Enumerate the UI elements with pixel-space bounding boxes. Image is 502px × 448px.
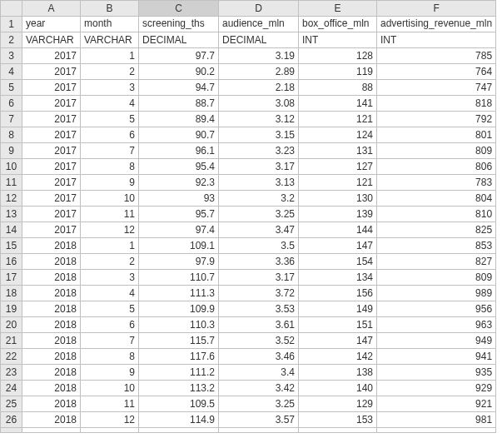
cell-F7[interactable]: 792 [377, 112, 496, 127]
cell-A20[interactable]: 2018 [22, 317, 81, 333]
cell-A15[interactable]: 2018 [22, 238, 81, 254]
cell-D24[interactable]: 3.42 [219, 381, 299, 396]
col-header-C[interactable]: C [139, 1, 219, 17]
cell-F3[interactable]: 785 [377, 48, 496, 64]
cell-E5[interactable]: 88 [299, 80, 377, 96]
cell-E6[interactable]: 141 [299, 96, 377, 112]
cell-F9[interactable]: 809 [377, 143, 496, 159]
cell-C24[interactable]: 113.2 [139, 381, 219, 396]
row-header-27[interactable] [1, 428, 22, 433]
cell-A24[interactable]: 2018 [22, 381, 81, 396]
row-header-20[interactable]: 20 [1, 317, 22, 333]
cell-C23[interactable]: 111.2 [139, 365, 219, 381]
row-header-5[interactable]: 5 [1, 80, 22, 96]
row-header-23[interactable]: 23 [1, 365, 22, 381]
cell-E1[interactable]: box_office_mln [299, 17, 377, 32]
cell-A10[interactable]: 2017 [22, 159, 81, 175]
cell-D3[interactable]: 3.19 [219, 48, 299, 64]
cell-A11[interactable]: 2017 [22, 175, 81, 191]
cell-F26[interactable]: 981 [377, 412, 496, 428]
row-header-15[interactable]: 15 [1, 238, 22, 254]
cell-C4[interactable]: 90.2 [139, 64, 219, 80]
row-header-4[interactable]: 4 [1, 64, 22, 80]
cell-C16[interactable]: 97.9 [139, 254, 219, 270]
cell-E11[interactable]: 121 [299, 175, 377, 191]
cell-E16[interactable]: 154 [299, 254, 377, 270]
row-header-22[interactable]: 22 [1, 349, 22, 365]
cell-E10[interactable]: 127 [299, 159, 377, 175]
cell-A14[interactable]: 2017 [22, 222, 81, 238]
cell-E18[interactable]: 156 [299, 286, 377, 301]
cell-D27[interactable] [219, 428, 299, 433]
cell-A25[interactable]: 2018 [22, 396, 81, 412]
cell-B3[interactable]: 1 [81, 48, 139, 64]
row-header-10[interactable]: 10 [1, 159, 22, 175]
cell-E14[interactable]: 144 [299, 222, 377, 238]
row-header-24[interactable]: 24 [1, 381, 22, 396]
cell-F20[interactable]: 963 [377, 317, 496, 333]
cell-D13[interactable]: 3.25 [219, 207, 299, 222]
row-header-12[interactable]: 12 [1, 191, 22, 207]
cell-B11[interactable]: 9 [81, 175, 139, 191]
cell-E26[interactable]: 153 [299, 412, 377, 428]
cell-D17[interactable]: 3.17 [219, 270, 299, 286]
cell-D23[interactable]: 3.4 [219, 365, 299, 381]
cell-C12[interactable]: 93 [139, 191, 219, 207]
cell-E15[interactable]: 147 [299, 238, 377, 254]
cell-A4[interactable]: 2017 [22, 64, 81, 80]
row-header-13[interactable]: 13 [1, 207, 22, 222]
cell-A17[interactable]: 2018 [22, 270, 81, 286]
cell-C20[interactable]: 110.3 [139, 317, 219, 333]
cell-B18[interactable]: 4 [81, 286, 139, 301]
cell-B24[interactable]: 10 [81, 381, 139, 396]
cell-C5[interactable]: 94.7 [139, 80, 219, 96]
cell-B4[interactable]: 2 [81, 64, 139, 80]
cell-F22[interactable]: 941 [377, 349, 496, 365]
cell-B19[interactable]: 5 [81, 301, 139, 317]
cell-E12[interactable]: 130 [299, 191, 377, 207]
col-header-F[interactable]: F [377, 1, 496, 17]
cell-C14[interactable]: 97.4 [139, 222, 219, 238]
col-header-B[interactable]: B [81, 1, 139, 17]
cell-D12[interactable]: 3.2 [219, 191, 299, 207]
cell-D8[interactable]: 3.15 [219, 127, 299, 143]
cell-B5[interactable]: 3 [81, 80, 139, 96]
cell-F8[interactable]: 801 [377, 127, 496, 143]
cell-B14[interactable]: 12 [81, 222, 139, 238]
row-header-19[interactable]: 19 [1, 301, 22, 317]
cell-F15[interactable]: 853 [377, 238, 496, 254]
row-header-25[interactable]: 25 [1, 396, 22, 412]
row-header-21[interactable]: 21 [1, 333, 22, 349]
cell-B25[interactable]: 11 [81, 396, 139, 412]
row-header-9[interactable]: 9 [1, 143, 22, 159]
cell-A9[interactable]: 2017 [22, 143, 81, 159]
row-header-7[interactable]: 7 [1, 112, 22, 127]
cell-C17[interactable]: 110.7 [139, 270, 219, 286]
cell-C1[interactable]: screening_ths [139, 17, 219, 32]
cell-B16[interactable]: 2 [81, 254, 139, 270]
cell-A26[interactable]: 2018 [22, 412, 81, 428]
cell-F10[interactable]: 806 [377, 159, 496, 175]
cell-D11[interactable]: 3.13 [219, 175, 299, 191]
cell-B10[interactable]: 8 [81, 159, 139, 175]
cell-A5[interactable]: 2017 [22, 80, 81, 96]
cell-C3[interactable]: 97.7 [139, 48, 219, 64]
cell-D25[interactable]: 3.25 [219, 396, 299, 412]
cell-E9[interactable]: 131 [299, 143, 377, 159]
cell-F17[interactable]: 809 [377, 270, 496, 286]
row-header-26[interactable]: 26 [1, 412, 22, 428]
cell-D6[interactable]: 3.08 [219, 96, 299, 112]
cell-C21[interactable]: 115.7 [139, 333, 219, 349]
cell-F11[interactable]: 783 [377, 175, 496, 191]
cell-D20[interactable]: 3.61 [219, 317, 299, 333]
cell-A6[interactable]: 2017 [22, 96, 81, 112]
cell-B7[interactable]: 5 [81, 112, 139, 127]
cell-E2[interactable]: INT [299, 32, 377, 48]
cell-C6[interactable]: 88.7 [139, 96, 219, 112]
cell-E7[interactable]: 121 [299, 112, 377, 127]
select-all-corner[interactable] [1, 1, 22, 17]
row-header-1[interactable]: 1 [1, 17, 22, 32]
cell-E13[interactable]: 139 [299, 207, 377, 222]
row-header-16[interactable]: 16 [1, 254, 22, 270]
cell-A12[interactable]: 2017 [22, 191, 81, 207]
